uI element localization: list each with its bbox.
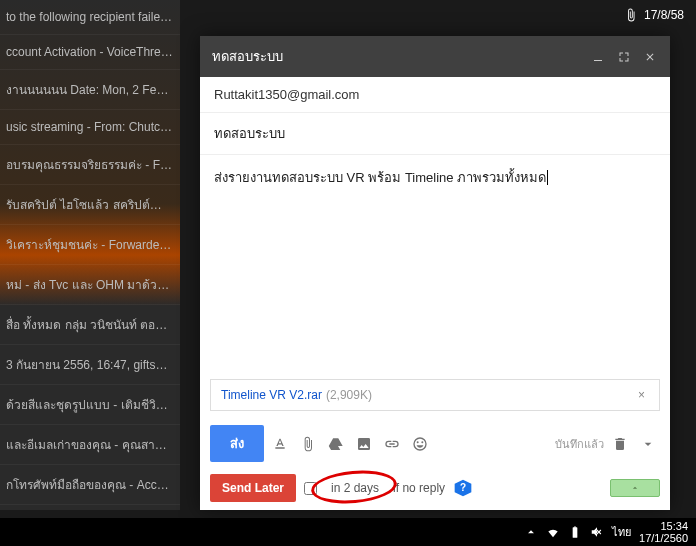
battery-icon[interactable]	[568, 525, 582, 539]
volume-icon[interactable]	[590, 525, 604, 539]
list-item[interactable]: สื่อ ทั้งหมด กลุ่ม วนิชนันท์ ตอนเรียน B	[0, 305, 180, 345]
insert-link-icon[interactable]	[380, 432, 404, 456]
list-item[interactable]: งานนนนนน Date: Mon, 2 Feb 201	[0, 70, 180, 110]
list-item[interactable]: กโทรศัพท์มือถือของคุณ - Access Gm	[0, 465, 180, 505]
svg-rect-0	[594, 60, 602, 61]
svg-text:?: ?	[460, 482, 466, 493]
attachment-name: Timeline VR V2.rar	[221, 388, 322, 402]
compose-toolbar: ส่ง บันทึกแล้ว	[200, 419, 670, 468]
list-item[interactable]: 3 กันยายน 2556, 16:47, giftsdu <gi	[0, 345, 180, 385]
boomerang-toggle[interactable]	[610, 479, 660, 497]
compose-title: ทดสอบระบบ	[212, 46, 580, 67]
paperclip-icon	[624, 8, 638, 22]
list-item[interactable]: วิเคราะห์ชุมชนค่ะ - Forwarded mess	[0, 225, 180, 265]
close-icon[interactable]	[642, 49, 658, 65]
to-field[interactable]: Ruttakit1350@gmail.com	[200, 77, 670, 113]
date-text: 17/8/58	[644, 8, 684, 22]
minimize-icon[interactable]	[590, 49, 606, 65]
attachment-size: (2,909K)	[326, 388, 634, 402]
body-text: ส่งรายงานทดสอบระบบ VR พร้อม Timeline ภาพ…	[214, 170, 548, 185]
saved-label: บันทึกแล้ว	[555, 435, 604, 453]
message-date-chip: 17/8/58	[624, 8, 684, 22]
list-item[interactable]: usic streaming - From: Chutchawa	[0, 110, 180, 145]
schedule-value: in 2 days	[331, 481, 379, 495]
list-item[interactable]: และอีเมลเก่าของคุณ - คุณสามารถน่า	[0, 425, 180, 465]
attachment-chip[interactable]: Timeline VR V2.rar (2,909K) ×	[210, 379, 660, 411]
insert-drive-icon[interactable]	[324, 432, 348, 456]
help-icon[interactable]: ?	[453, 478, 473, 498]
discard-draft-icon[interactable]	[608, 432, 632, 456]
attach-file-icon[interactable]	[296, 432, 320, 456]
schedule-checkbox[interactable]	[304, 482, 317, 495]
boomerang-bar: Send Later in 2 days if no reply ?	[200, 468, 670, 510]
insert-emoji-icon[interactable]	[408, 432, 432, 456]
language-indicator[interactable]: ไทย	[612, 523, 631, 541]
send-later-button[interactable]: Send Later	[210, 474, 296, 502]
inbox-background: to the following recipient failed perman…	[0, 0, 180, 510]
list-item[interactable]: รับสคริปต์ ไฮโซแล้ว สคริปต์ทำมาในฟ	[0, 185, 180, 225]
list-item[interactable]: อบรมคุณธรรมจริยธรรมค่ะ - From: su	[0, 145, 180, 185]
tray-up-icon[interactable]	[524, 525, 538, 539]
list-item[interactable]: หม่ - ส่ง Tvc และ OHM มาด้วยคะ จะด	[0, 265, 180, 305]
schedule-dropdown[interactable]: in 2 days	[325, 479, 385, 497]
wifi-icon[interactable]	[546, 525, 560, 539]
system-clock[interactable]: 15:34 17/1/2560	[639, 520, 688, 544]
subject-field[interactable]: ทดสอบระบบ	[200, 113, 670, 155]
send-button[interactable]: ส่ง	[210, 425, 264, 462]
windows-taskbar[interactable]: ไทย 15:34 17/1/2560	[0, 518, 696, 546]
compose-titlebar[interactable]: ทดสอบระบบ	[200, 36, 670, 77]
insert-photo-icon[interactable]	[352, 432, 376, 456]
list-item[interactable]: ด้วยสีและชุดรูปแบบ - เติมชีวิตชีวาให้ก	[0, 385, 180, 425]
compose-window: ทดสอบระบบ Ruttakit1350@gmail.com ทดสอบระ…	[200, 36, 670, 510]
message-body[interactable]: ส่งรายงานทดสอบระบบ VR พร้อม Timeline ภาพ…	[200, 155, 670, 371]
format-text-icon[interactable]	[268, 432, 292, 456]
remove-attachment-icon[interactable]: ×	[634, 388, 649, 402]
more-options-icon[interactable]	[636, 432, 660, 456]
remind-dropdown[interactable]: if no reply	[393, 481, 445, 495]
list-item[interactable]: ccount Activation - VoiceThread Vo	[0, 35, 180, 70]
expand-icon[interactable]	[616, 49, 632, 65]
clock-time: 15:34	[639, 520, 688, 532]
clock-date: 17/1/2560	[639, 532, 688, 544]
list-item[interactable]: to the following recipient failed perman…	[0, 0, 180, 35]
